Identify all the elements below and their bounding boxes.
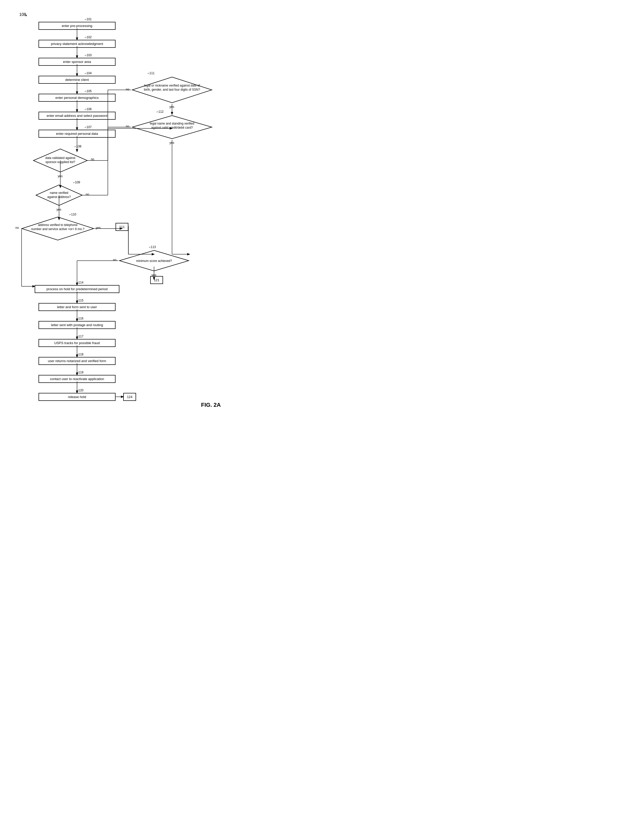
box-116: letter sent with postage and routing bbox=[38, 321, 115, 329]
ref-117: ⌐117 bbox=[77, 335, 84, 338]
box-102: privacy statement acknowledgment bbox=[38, 40, 115, 48]
box-118: user returns notarized and verified form bbox=[38, 357, 115, 365]
svg-text:sponsor-supplied list?: sponsor-supplied list? bbox=[46, 160, 75, 164]
yes-label-108: yes bbox=[58, 174, 63, 178]
box-121: 121 bbox=[150, 276, 163, 284]
ref-118: ⌐118 bbox=[77, 352, 84, 356]
ref-111: ⌐111 bbox=[148, 71, 155, 75]
svg-text:birth, gender, and last four d: birth, gender, and last four digits of S… bbox=[144, 88, 200, 92]
box-101: enter pre-processing bbox=[38, 22, 115, 30]
svg-text:legal or nickname verified aga: legal or nickname verified against date … bbox=[144, 84, 200, 87]
box-105: enter personal demographics bbox=[38, 94, 115, 102]
diamond-109: name verified against address? no yes bbox=[35, 184, 84, 207]
diamond-112: legal name and standing verified against… bbox=[131, 114, 213, 141]
ref-105: ⌐105 bbox=[85, 89, 92, 93]
no-label-113: no bbox=[113, 258, 116, 262]
box-104: determine client bbox=[38, 76, 115, 84]
ref-119: ⌐119 bbox=[77, 371, 84, 374]
box-111-small: 111 bbox=[115, 223, 128, 231]
svg-text:against valid credit/debit car: against valid credit/debit card? bbox=[151, 126, 193, 129]
box-119: contact user to reactivate application bbox=[38, 375, 115, 383]
box-124: 124 bbox=[123, 393, 136, 401]
ref-104: ⌐104 bbox=[85, 71, 92, 75]
box-107: enter required personal data bbox=[38, 130, 115, 137]
no-label-111: no bbox=[126, 88, 129, 91]
figure-label: FIG. 2A bbox=[201, 402, 221, 408]
no-label-109: no bbox=[86, 193, 89, 196]
diamond-111: legal or nickname verified against date … bbox=[131, 76, 213, 105]
no-label-108: no bbox=[91, 158, 94, 161]
box-115: letter and form sent to user bbox=[38, 303, 115, 311]
diamond-108: data validated against sponsor-supplied … bbox=[32, 148, 88, 174]
yes-label-111: yes bbox=[169, 105, 174, 109]
yes-label-110: yes bbox=[96, 226, 101, 230]
box-114: process on hold for predetermined period bbox=[35, 285, 119, 293]
ref-120: ⌐120 bbox=[77, 388, 84, 392]
svg-text:legal name and standing verifi: legal name and standing verified bbox=[150, 122, 194, 125]
box-120: release hold bbox=[38, 393, 115, 401]
ref-101: ⌐101 bbox=[85, 17, 92, 21]
yes-label-112: yes bbox=[169, 141, 174, 145]
ref-102: ⌐102 bbox=[85, 35, 92, 39]
ref-116: ⌐116 bbox=[77, 317, 84, 320]
flowchart-diagram: 100 ↘ ⌐101 enter pre-processing ⌐102 pri… bbox=[5, 5, 226, 411]
box-103: enter sponsor area bbox=[38, 58, 115, 66]
yes-label-109: yes bbox=[57, 208, 62, 212]
ref-112: ⌐112 bbox=[156, 110, 164, 114]
ref-107: ⌐107 bbox=[85, 125, 92, 129]
box-117: USPS tracks for possible fraud bbox=[38, 339, 115, 347]
ref-106: ⌐106 bbox=[85, 107, 92, 111]
box-106: enter email address and select password bbox=[38, 112, 115, 120]
ref-115: ⌐115 bbox=[77, 298, 84, 302]
ref-103: ⌐103 bbox=[85, 54, 92, 57]
arrow-label-100: ↘ bbox=[24, 12, 27, 17]
no-label-110: no bbox=[16, 226, 19, 230]
no-label-112: no bbox=[126, 125, 129, 128]
diamond-113: minimum score achieved? no yes bbox=[118, 249, 190, 273]
svg-text:against address?: against address? bbox=[47, 195, 71, 199]
svg-text:address verified to telephone: address verified to telephone bbox=[38, 223, 77, 227]
ref-114: ⌐114 bbox=[77, 281, 84, 284]
svg-text:number and service active <or>: number and service active <or> 6 mo.? bbox=[31, 227, 84, 231]
ref-113: ⌐113 bbox=[149, 245, 156, 249]
svg-text:minimum score achieved?: minimum score achieved? bbox=[136, 259, 172, 263]
svg-text:data validated against: data validated against bbox=[46, 156, 76, 160]
diamond-110: address verified to telephone number and… bbox=[21, 216, 95, 242]
svg-text:name verified: name verified bbox=[50, 191, 68, 195]
